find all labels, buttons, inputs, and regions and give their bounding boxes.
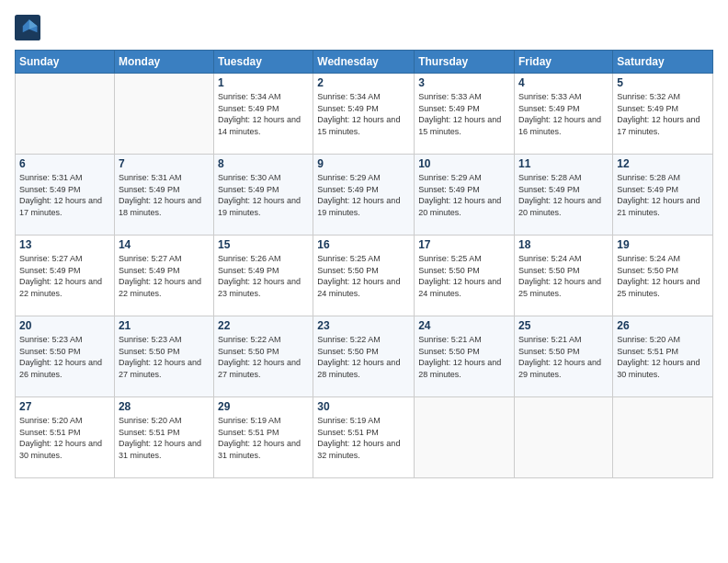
calendar-cell: 25Sunrise: 5:21 AMSunset: 5:50 PMDayligh…: [515, 316, 613, 397]
day-number: 11: [518, 157, 609, 170]
day-number: 27: [19, 400, 110, 413]
calendar-cell: [515, 397, 613, 478]
cell-content: Sunrise: 5:34 AMSunset: 5:49 PMDaylight:…: [317, 91, 410, 137]
day-number: 4: [518, 76, 609, 89]
calendar-cell: 10Sunrise: 5:29 AMSunset: 5:49 PMDayligh…: [415, 155, 515, 236]
header: [15, 15, 713, 40]
calendar-cell: 16Sunrise: 5:25 AMSunset: 5:50 PMDayligh…: [313, 236, 415, 316]
day-number: 9: [317, 157, 410, 170]
calendar-header-row: SundayMondayTuesdayWednesdayThursdayFrid…: [16, 51, 713, 74]
cell-content: Sunrise: 5:22 AMSunset: 5:50 PMDaylight:…: [317, 334, 410, 380]
calendar-header-cell: Friday: [515, 51, 613, 74]
cell-content: Sunrise: 5:28 AMSunset: 5:49 PMDaylight:…: [518, 172, 609, 218]
cell-content: Sunrise: 5:27 AMSunset: 5:49 PMDaylight:…: [19, 253, 110, 299]
calendar-cell: 11Sunrise: 5:28 AMSunset: 5:49 PMDayligh…: [515, 155, 613, 236]
day-number: 30: [317, 400, 410, 413]
day-number: 3: [418, 76, 510, 89]
calendar-cell: 8Sunrise: 5:30 AMSunset: 5:49 PMDaylight…: [214, 155, 313, 236]
day-number: 6: [19, 157, 110, 170]
calendar-header-cell: Saturday: [613, 51, 713, 74]
logo: [15, 15, 44, 40]
cell-content: Sunrise: 5:28 AMSunset: 5:49 PMDaylight:…: [617, 172, 709, 218]
day-number: 28: [119, 400, 210, 413]
calendar-cell: 3Sunrise: 5:33 AMSunset: 5:49 PMDaylight…: [415, 74, 515, 155]
day-number: 22: [218, 319, 309, 332]
day-number: 16: [317, 238, 410, 251]
calendar-cell: 13Sunrise: 5:27 AMSunset: 5:49 PMDayligh…: [16, 236, 115, 316]
day-number: 21: [119, 319, 210, 332]
calendar-header-cell: Wednesday: [313, 51, 415, 74]
calendar-cell: 27Sunrise: 5:20 AMSunset: 5:51 PMDayligh…: [16, 397, 115, 478]
day-number: 20: [19, 319, 110, 332]
cell-content: Sunrise: 5:29 AMSunset: 5:49 PMDaylight:…: [418, 172, 510, 218]
calendar-header-cell: Tuesday: [214, 51, 313, 74]
cell-content: Sunrise: 5:33 AMSunset: 5:49 PMDaylight:…: [418, 91, 510, 137]
calendar-cell: 9Sunrise: 5:29 AMSunset: 5:49 PMDaylight…: [313, 155, 415, 236]
calendar-cell: [415, 397, 515, 478]
calendar-cell: 29Sunrise: 5:19 AMSunset: 5:51 PMDayligh…: [214, 397, 313, 478]
cell-content: Sunrise: 5:20 AMSunset: 5:51 PMDaylight:…: [19, 415, 110, 461]
calendar-cell: [114, 74, 213, 155]
day-number: 2: [317, 76, 410, 89]
calendar-cell: 14Sunrise: 5:27 AMSunset: 5:49 PMDayligh…: [114, 236, 213, 316]
day-number: 7: [119, 157, 210, 170]
day-number: 14: [119, 238, 210, 251]
cell-content: Sunrise: 5:24 AMSunset: 5:50 PMDaylight:…: [617, 253, 709, 299]
calendar-cell: 20Sunrise: 5:23 AMSunset: 5:50 PMDayligh…: [16, 316, 115, 397]
calendar-cell: 6Sunrise: 5:31 AMSunset: 5:49 PMDaylight…: [16, 155, 115, 236]
calendar-cell: 30Sunrise: 5:19 AMSunset: 5:51 PMDayligh…: [313, 397, 415, 478]
cell-content: Sunrise: 5:30 AMSunset: 5:49 PMDaylight:…: [218, 172, 309, 218]
day-number: 13: [19, 238, 110, 251]
day-number: 5: [617, 76, 709, 89]
cell-content: Sunrise: 5:21 AMSunset: 5:50 PMDaylight:…: [518, 334, 609, 380]
day-number: 15: [218, 238, 309, 251]
calendar-cell: 19Sunrise: 5:24 AMSunset: 5:50 PMDayligh…: [613, 236, 713, 316]
calendar-cell: 18Sunrise: 5:24 AMSunset: 5:50 PMDayligh…: [515, 236, 613, 316]
calendar-body: 1Sunrise: 5:34 AMSunset: 5:49 PMDaylight…: [16, 74, 713, 478]
day-number: 12: [617, 157, 709, 170]
cell-content: Sunrise: 5:26 AMSunset: 5:49 PMDaylight:…: [218, 253, 309, 299]
day-number: 17: [418, 238, 510, 251]
page: SundayMondayTuesdayWednesdayThursdayFrid…: [0, 0, 728, 563]
cell-content: Sunrise: 5:34 AMSunset: 5:49 PMDaylight:…: [218, 91, 309, 137]
day-number: 23: [317, 319, 410, 332]
calendar-cell: 5Sunrise: 5:32 AMSunset: 5:49 PMDaylight…: [613, 74, 713, 155]
calendar-week-row: 27Sunrise: 5:20 AMSunset: 5:51 PMDayligh…: [16, 397, 713, 478]
cell-content: Sunrise: 5:22 AMSunset: 5:50 PMDaylight:…: [218, 334, 309, 380]
day-number: 1: [218, 76, 309, 89]
day-number: 26: [617, 319, 709, 332]
calendar-header-cell: Monday: [114, 51, 213, 74]
cell-content: Sunrise: 5:21 AMSunset: 5:50 PMDaylight:…: [418, 334, 510, 380]
calendar-cell: 26Sunrise: 5:20 AMSunset: 5:51 PMDayligh…: [613, 316, 713, 397]
day-number: 25: [518, 319, 609, 332]
cell-content: Sunrise: 5:23 AMSunset: 5:50 PMDaylight:…: [19, 334, 110, 380]
cell-content: Sunrise: 5:29 AMSunset: 5:49 PMDaylight:…: [317, 172, 410, 218]
cell-content: Sunrise: 5:25 AMSunset: 5:50 PMDaylight:…: [418, 253, 510, 299]
day-number: 18: [518, 238, 609, 251]
calendar-week-row: 20Sunrise: 5:23 AMSunset: 5:50 PMDayligh…: [16, 316, 713, 397]
calendar-header-cell: Thursday: [415, 51, 515, 74]
calendar-cell: 12Sunrise: 5:28 AMSunset: 5:49 PMDayligh…: [613, 155, 713, 236]
calendar-cell: 24Sunrise: 5:21 AMSunset: 5:50 PMDayligh…: [415, 316, 515, 397]
calendar-cell: 23Sunrise: 5:22 AMSunset: 5:50 PMDayligh…: [313, 316, 415, 397]
cell-content: Sunrise: 5:19 AMSunset: 5:51 PMDaylight:…: [218, 415, 309, 461]
cell-content: Sunrise: 5:27 AMSunset: 5:49 PMDaylight:…: [119, 253, 210, 299]
day-number: 24: [418, 319, 510, 332]
calendar-cell: 22Sunrise: 5:22 AMSunset: 5:50 PMDayligh…: [214, 316, 313, 397]
calendar-week-row: 6Sunrise: 5:31 AMSunset: 5:49 PMDaylight…: [16, 155, 713, 236]
calendar-cell: [613, 397, 713, 478]
calendar-cell: [16, 74, 115, 155]
day-number: 19: [617, 238, 709, 251]
calendar-cell: 1Sunrise: 5:34 AMSunset: 5:49 PMDaylight…: [214, 74, 313, 155]
cell-content: Sunrise: 5:31 AMSunset: 5:49 PMDaylight:…: [19, 172, 110, 218]
day-number: 10: [418, 157, 510, 170]
calendar-cell: 15Sunrise: 5:26 AMSunset: 5:49 PMDayligh…: [214, 236, 313, 316]
day-number: 8: [218, 157, 309, 170]
cell-content: Sunrise: 5:31 AMSunset: 5:49 PMDaylight:…: [119, 172, 210, 218]
calendar-week-row: 1Sunrise: 5:34 AMSunset: 5:49 PMDaylight…: [16, 74, 713, 155]
cell-content: Sunrise: 5:20 AMSunset: 5:51 PMDaylight:…: [617, 334, 709, 380]
calendar: SundayMondayTuesdayWednesdayThursdayFrid…: [15, 50, 713, 478]
cell-content: Sunrise: 5:25 AMSunset: 5:50 PMDaylight:…: [317, 253, 410, 299]
cell-content: Sunrise: 5:33 AMSunset: 5:49 PMDaylight:…: [518, 91, 609, 137]
cell-content: Sunrise: 5:32 AMSunset: 5:49 PMDaylight:…: [617, 91, 709, 137]
